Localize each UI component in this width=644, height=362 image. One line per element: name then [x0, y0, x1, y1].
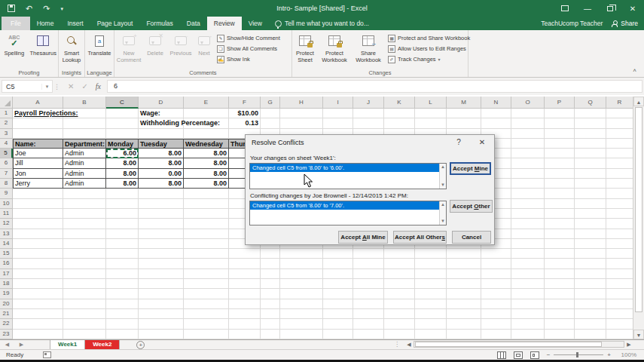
cell-J18[interactable] [353, 279, 384, 289]
cell-B22[interactable] [63, 319, 106, 329]
show-ink-button[interactable]: ✍ Show Ink [217, 55, 280, 63]
cell-D23[interactable] [139, 330, 184, 339]
cell-L20[interactable] [415, 299, 447, 309]
row-header-4[interactable]: 4 [0, 139, 13, 149]
cell-L16[interactable] [415, 259, 447, 268]
cell-R23[interactable] [606, 330, 633, 339]
cell-H16[interactable] [280, 259, 323, 268]
cell-K17[interactable] [384, 269, 415, 279]
cell-I22[interactable] [323, 319, 353, 329]
cell-H17[interactable] [280, 269, 323, 279]
cell-O17[interactable] [511, 269, 545, 279]
scroll-down-icon[interactable]: ▼ [633, 330, 644, 339]
cell-O10[interactable] [511, 199, 545, 209]
row-header-21[interactable]: 21 [0, 309, 13, 319]
cell-B9[interactable] [63, 189, 106, 198]
zoom-in-icon[interactable]: + [607, 351, 611, 358]
cell-E14[interactable] [184, 239, 229, 249]
vertical-scrollbar[interactable]: ▲ ▼ [633, 97, 644, 339]
row-header-22[interactable]: 22 [0, 319, 13, 329]
cell-P6[interactable] [545, 158, 575, 168]
thesaurus-button[interactable]: Thesaurus [29, 30, 58, 69]
cell-B6[interactable]: Admin [63, 158, 106, 168]
cell-R5[interactable] [606, 149, 633, 158]
redo-icon[interactable]: ↷ [43, 5, 50, 13]
cell-H19[interactable] [280, 289, 323, 299]
cell-Q13[interactable] [575, 229, 606, 239]
row-header-5[interactable]: 5 [0, 149, 13, 158]
cell-D3[interactable] [139, 129, 184, 139]
cell-A18[interactable] [13, 279, 63, 289]
cell-A12[interactable] [13, 219, 63, 229]
tab-file[interactable]: File [2, 17, 30, 30]
cell-M16[interactable] [447, 259, 481, 268]
cell-G20[interactable] [261, 299, 280, 309]
cell-B8[interactable]: Admin [63, 179, 106, 189]
cell-P3[interactable] [545, 129, 575, 139]
cell-Q8[interactable] [575, 179, 606, 189]
column-header-B[interactable]: B [63, 97, 106, 109]
cell-A15[interactable] [13, 249, 63, 259]
cell-R2[interactable] [606, 118, 633, 128]
cell-J2[interactable] [353, 118, 384, 128]
cell-A6[interactable]: Jill [13, 158, 63, 168]
cell-C5[interactable]: 6.00 [106, 149, 139, 158]
cell-R16[interactable] [606, 259, 633, 268]
cell-L15[interactable] [415, 249, 447, 259]
cell-B5[interactable]: Admin [63, 149, 106, 158]
cell-D19[interactable] [139, 289, 184, 299]
cell-E8[interactable]: 8.00 [184, 179, 229, 189]
cell-M15[interactable] [447, 249, 481, 259]
cell-R18[interactable] [606, 279, 633, 289]
column-header-H[interactable]: H [280, 97, 323, 109]
column-header-K[interactable]: K [384, 97, 415, 109]
cell-P20[interactable] [545, 299, 575, 309]
cell-P17[interactable] [545, 269, 575, 279]
cell-G1[interactable] [261, 109, 280, 118]
cell-P13[interactable] [545, 229, 575, 239]
cell-M20[interactable] [447, 299, 481, 309]
cell-B3[interactable] [63, 129, 106, 139]
cell-P8[interactable] [545, 179, 575, 189]
cell-H22[interactable] [280, 319, 323, 329]
qat-customize-icon[interactable]: ▾ [60, 5, 63, 13]
cell-N18[interactable] [481, 279, 511, 289]
cell-A11[interactable] [13, 209, 63, 219]
cell-L19[interactable] [415, 289, 447, 299]
column-header-Q[interactable]: Q [575, 97, 606, 109]
undo-icon[interactable]: ↶ [26, 5, 32, 13]
cell-J15[interactable] [353, 249, 384, 259]
show-all-comments-button[interactable]: ❏ Show All Comments [217, 44, 280, 53]
cell-D14[interactable] [139, 239, 184, 249]
cell-G16[interactable] [261, 259, 280, 268]
cell-A3[interactable] [13, 129, 63, 139]
column-header-R[interactable]: R [606, 97, 633, 109]
cell-A9[interactable] [13, 189, 63, 198]
tab-home[interactable]: Home [30, 17, 61, 30]
cell-D4[interactable]: Tuesday [139, 139, 184, 149]
cell-B16[interactable] [63, 259, 106, 268]
page-layout-view-icon[interactable] [514, 351, 523, 359]
cell-C1[interactable] [106, 109, 139, 118]
row-header-19[interactable]: 19 [0, 289, 13, 299]
minimize-button[interactable]: — [576, 0, 599, 17]
cell-C12[interactable] [106, 219, 139, 229]
cell-E23[interactable] [184, 330, 229, 339]
zoom-out-icon[interactable]: − [547, 351, 551, 358]
cell-A4[interactable]: Name: [13, 139, 63, 149]
cell-G18[interactable] [261, 279, 280, 289]
cell-B18[interactable] [63, 279, 106, 289]
cell-I1[interactable] [323, 109, 353, 118]
close-button[interactable]: ✕ [621, 0, 644, 17]
restore-button[interactable] [599, 0, 621, 17]
cell-J1[interactable] [353, 109, 384, 118]
cell-N2[interactable] [481, 118, 511, 128]
cell-Q1[interactable] [575, 109, 606, 118]
macro-record-icon[interactable] [43, 351, 51, 358]
cell-D5[interactable]: 8.00 [139, 149, 184, 158]
column-header-I[interactable]: I [323, 97, 353, 109]
cell-E21[interactable] [184, 309, 229, 319]
cell-E18[interactable] [184, 279, 229, 289]
cell-P5[interactable] [545, 149, 575, 158]
cell-R6[interactable] [606, 158, 633, 168]
